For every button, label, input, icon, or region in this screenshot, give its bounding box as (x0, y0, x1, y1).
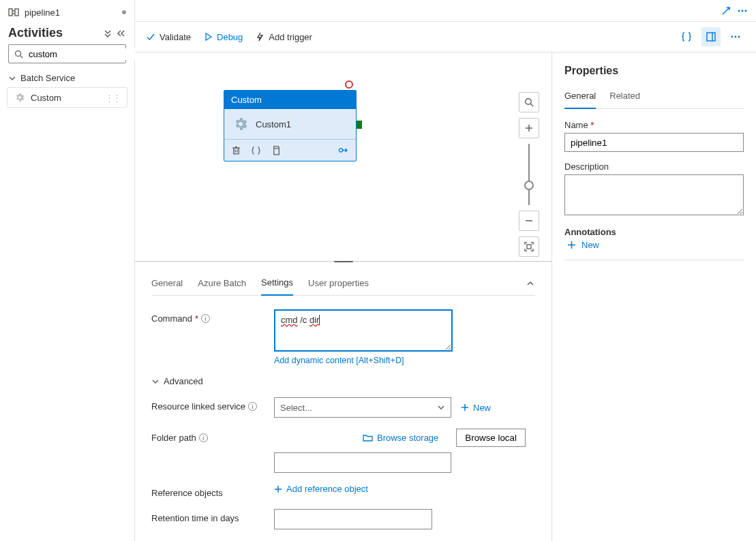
advanced-toggle[interactable]: Advanced (151, 376, 535, 386)
toolbar-more-icon[interactable] (726, 27, 745, 46)
svg-rect-1 (15, 9, 18, 16)
required-asterisk: * (590, 120, 594, 130)
pipeline-icon (8, 7, 19, 18)
svg-rect-11 (707, 33, 715, 41)
play-icon (203, 32, 213, 42)
command-textarea[interactable]: cmd /c dir (274, 309, 453, 352)
activity-node-custom1[interactable]: Custom Custom1 (224, 90, 357, 161)
pipeline-name-input[interactable] (564, 133, 744, 152)
svg-point-8 (742, 10, 744, 12)
svg-point-14 (735, 36, 737, 38)
debug-label: Debug (217, 32, 243, 42)
svg-point-9 (745, 10, 747, 12)
activities-heading: Activities (8, 26, 63, 40)
properties-tab-related[interactable]: Related (609, 87, 640, 108)
zoom-slider[interactable] (528, 144, 530, 205)
activities-search-box[interactable] (8, 44, 126, 63)
rls-new-button[interactable]: New (461, 403, 491, 413)
annotations-new-button[interactable]: New (567, 240, 744, 250)
collapse-panel-icon[interactable] (526, 279, 535, 288)
resource-linked-service-select[interactable]: Select... (274, 397, 451, 418)
advanced-label: Advanced (164, 376, 203, 386)
svg-rect-21 (274, 149, 279, 155)
chevron-left-collapse-icon[interactable] (117, 29, 126, 38)
category-label: Batch Service (20, 73, 75, 83)
prop-description-label: Description (564, 161, 744, 172)
validation-error-icon[interactable] (345, 80, 353, 89)
copy-icon[interactable] (271, 145, 281, 155)
pipeline-toolbar: Validate Debug Add trigger (135, 22, 756, 52)
zoom-in-button[interactable] (519, 118, 539, 138)
category-batch-service[interactable]: Batch Service (0, 69, 134, 87)
debug-button[interactable]: Debug (203, 32, 243, 42)
activity-settings-panel: General Azure Batch Settings User proper… (135, 265, 551, 541)
tab-general[interactable]: General (151, 273, 183, 295)
activity-item-label: Custom (31, 93, 61, 103)
plus-icon (567, 241, 576, 249)
tab-user-properties[interactable]: User properties (308, 273, 369, 295)
trigger-icon (255, 32, 264, 42)
pipeline-canvas[interactable]: Custom Custom1 (135, 52, 551, 261)
folder-path-label: Folder path (151, 433, 196, 443)
svg-point-13 (731, 36, 734, 38)
activities-header: Activities (0, 20, 134, 44)
svg-rect-29 (527, 245, 531, 249)
add-reference-object-button[interactable]: Add reference object (274, 484, 368, 494)
add-trigger-button[interactable]: Add trigger (255, 32, 312, 42)
add-trigger-label: Add trigger (269, 32, 312, 42)
svg-rect-0 (9, 9, 12, 16)
chevron-down-icon (437, 403, 445, 412)
info-icon[interactable]: i (199, 433, 208, 442)
code-icon[interactable] (251, 145, 261, 155)
rls-label: Resource linked service (151, 401, 245, 412)
node-type-label: Custom (224, 91, 356, 109)
add-dynamic-content-link[interactable]: Add dynamic content [Alt+Shift+D] (274, 356, 453, 365)
link-out-icon[interactable] (338, 145, 349, 155)
more-icon[interactable] (734, 3, 751, 19)
double-chevron-down-icon[interactable] (103, 29, 112, 38)
svg-point-15 (738, 36, 740, 38)
reference-objects-label: Reference objects (151, 488, 223, 498)
retention-input[interactable] (274, 509, 432, 529)
pipeline-tab-title[interactable]: pipeline1 (25, 7, 60, 18)
chevron-down-icon (151, 377, 160, 386)
node-name: Custom1 (256, 119, 291, 129)
properties-tab-general[interactable]: General (564, 87, 596, 109)
validate-button[interactable]: Validate (146, 32, 191, 42)
search-zoom-button[interactable] (519, 92, 539, 112)
gear-icon (232, 116, 249, 132)
fit-screen-button[interactable] (519, 236, 539, 257)
info-icon[interactable]: i (201, 314, 210, 323)
required-asterisk: * (195, 313, 198, 324)
activities-search-input[interactable] (27, 48, 145, 60)
tab-settings[interactable]: Settings (261, 272, 293, 296)
svg-point-24 (526, 99, 532, 105)
retention-label: Retention time in days (151, 513, 239, 523)
browse-storage-button[interactable]: Browse storage (363, 433, 438, 443)
code-braces-icon[interactable] (677, 27, 696, 46)
zoom-out-button[interactable] (519, 211, 539, 231)
svg-line-6 (723, 7, 729, 14)
pipeline-description-textarea[interactable] (564, 174, 744, 215)
delete-icon[interactable] (231, 145, 241, 155)
editor-tabbar (135, 0, 756, 22)
expand-icon[interactable] (718, 3, 734, 19)
rls-placeholder: Select... (280, 403, 312, 413)
grip-icon: ⋮⋮ (105, 93, 120, 103)
activities-sidebar: pipeline1 Activities Batch Service Custo… (0, 0, 135, 541)
browse-local-button[interactable]: Browse local (456, 429, 526, 447)
success-connector-handle[interactable] (357, 121, 362, 129)
folder-path-input[interactable] (274, 452, 451, 473)
svg-marker-10 (206, 33, 211, 40)
properties-toggle-icon[interactable] (701, 27, 721, 46)
check-icon (146, 32, 155, 42)
info-icon[interactable]: i (248, 402, 257, 411)
canvas-zoom-controls (519, 92, 539, 257)
zoom-thumb[interactable] (524, 181, 534, 190)
unsaved-dot-icon (122, 10, 126, 14)
prop-name-label: Name (564, 120, 588, 130)
tab-azure-batch[interactable]: Azure Batch (198, 273, 246, 295)
svg-line-25 (530, 104, 533, 106)
activity-item-custom[interactable]: Custom ⋮⋮ (7, 87, 127, 108)
gear-icon (14, 92, 25, 103)
